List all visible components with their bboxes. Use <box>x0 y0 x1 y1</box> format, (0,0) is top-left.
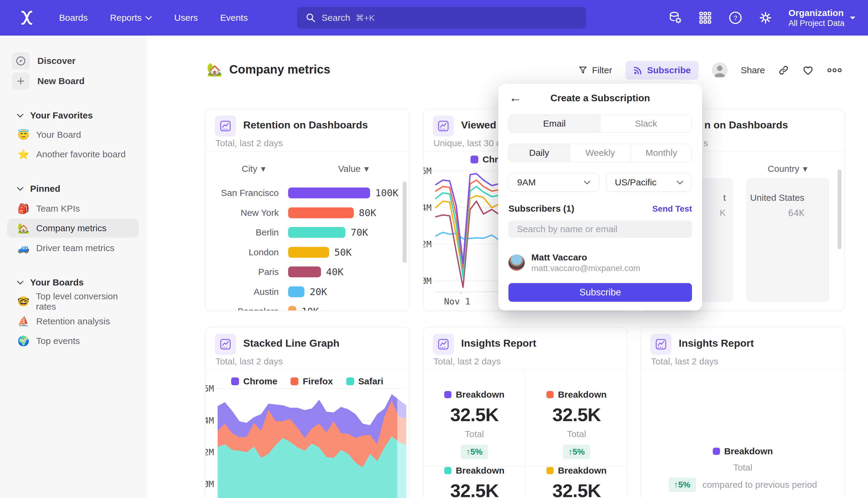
breakdown-panel-united-states[interactable]: United States 64K <box>746 178 829 302</box>
stacked-area-chart: 6M4M2MØM <box>205 327 409 498</box>
nav-item-reports[interactable]: Reports <box>110 13 152 23</box>
sidebar-item-discover[interactable]: Discover <box>0 51 141 70</box>
retention-row[interactable]: San Francisco100K <box>205 184 398 202</box>
org-name: Organization <box>788 8 844 18</box>
input-placeholder: Search by name or email <box>517 224 617 234</box>
row-bar <box>288 247 329 258</box>
tab-email[interactable]: Email <box>509 115 600 132</box>
board-emoji-icon: 🏡 <box>207 62 223 77</box>
scrollbar[interactable] <box>403 182 406 263</box>
insight-metric[interactable]: Breakdown 32.5K Total <box>424 466 525 498</box>
insight-metric[interactable]: Breakdown Total ↑5% compared to previous… <box>641 446 844 492</box>
timezone-select[interactable]: US/Pacific <box>606 173 692 192</box>
sidebar-section-your-boards[interactable]: Your Boards <box>0 273 84 292</box>
retention-row[interactable]: New York80K <box>205 204 376 222</box>
legend-swatch <box>444 467 452 474</box>
row-bar <box>288 266 321 277</box>
tab-slack[interactable]: Slack <box>600 115 692 132</box>
row-label: Berlin <box>205 227 279 238</box>
sidebar-item-company-metrics[interactable]: 🏡 Company metrics <box>7 219 139 238</box>
card-title: n on Dashboards <box>704 119 788 131</box>
svg-text:6M: 6M <box>205 383 214 394</box>
subscriber-row[interactable]: Matt Vaccaro matt.vaccaro@mixpanel.com <box>508 252 640 273</box>
sidebar-item-top-level-conversion-rates[interactable]: 🤓 Top level conversion rates <box>7 292 139 311</box>
chevron-down-icon <box>677 181 683 184</box>
card-subtitle: Total, last 2 days <box>651 356 718 367</box>
page-header: 🏡 Company metrics Filter Subscribe Share <box>146 36 868 87</box>
retention-row[interactable]: Austin20K <box>205 283 327 301</box>
metric-value: 32.5K <box>450 480 498 498</box>
org-project: All Project Data <box>788 18 844 28</box>
retention-row[interactable]: Paris40K <box>205 263 344 281</box>
panel-value: 64K <box>746 208 829 218</box>
row-label: Bangalore <box>205 306 279 311</box>
metric-total-label: Total <box>465 429 484 439</box>
sidebar-item-team-kpis[interactable]: 🎒 Team KPIs <box>7 199 139 218</box>
tab-monthly[interactable]: Monthly <box>630 144 692 161</box>
delta-badge: ↑5% <box>563 445 590 459</box>
row-value: 70K <box>350 227 368 238</box>
copy-link-button[interactable] <box>778 65 789 76</box>
chevron-down-icon <box>17 114 24 118</box>
scrollbar[interactable] <box>838 169 841 249</box>
board-emoji-icon: 😇 <box>17 129 30 141</box>
tab-daily[interactable]: Daily <box>509 144 570 161</box>
sidebar-item-label: Discover <box>37 56 76 66</box>
card-subtitle: Total, last 2 days <box>215 138 283 148</box>
tab-weekly[interactable]: Weekly <box>570 144 631 161</box>
retention-row[interactable]: Bangalore10K <box>205 302 319 311</box>
send-test-link[interactable]: Send Test <box>652 204 692 214</box>
favorite-button[interactable] <box>802 65 814 76</box>
user-avatar[interactable] <box>712 62 727 78</box>
frequency-tabs: Daily Weekly Monthly <box>508 144 692 162</box>
card-subtitle: s <box>704 138 708 148</box>
column-header-value[interactable]: Value▾ <box>338 163 369 174</box>
ellipsis-icon <box>827 67 842 74</box>
time-select[interactable]: 9AM <box>508 173 599 192</box>
subscribers-label: Subscribers (1) <box>508 204 574 214</box>
sidebar-item-new-board[interactable]: New Board <box>0 71 141 91</box>
caret-down-icon: ▾ <box>803 163 807 174</box>
subscriber-search-input[interactable]: Search by name or email <box>508 220 692 238</box>
sidebar-item-top-events[interactable]: 🌍 Top events <box>7 331 139 351</box>
org-switcher[interactable]: Organization All Project Data <box>788 8 856 28</box>
apps-grid-icon[interactable] <box>698 11 712 25</box>
nav-item-users[interactable]: Users <box>174 13 198 23</box>
insight-metric[interactable]: Breakdown 32.5K Total <box>526 466 627 498</box>
subscribe-submit-button[interactable]: Subscribe <box>508 283 692 302</box>
sidebar-item-label: Your Board <box>36 130 81 140</box>
sidebar-item-another-favorite-board[interactable]: ⭐ Another favorite board <box>7 145 139 164</box>
sidebar-item-your-board[interactable]: 😇 Your Board <box>7 125 139 144</box>
retention-row[interactable]: London50K <box>205 243 352 261</box>
settings-gear-icon[interactable] <box>758 11 773 25</box>
row-bar <box>288 286 304 297</box>
column-header-country[interactable]: Country▾ <box>767 163 807 174</box>
mixpanel-logo[interactable] <box>17 8 37 28</box>
sidebar-item-retention-analysis[interactable]: ⛵ Retention analysis <box>7 312 139 331</box>
nav-item-boards[interactable]: Boards <box>59 13 88 23</box>
retention-row[interactable]: Berlin70K <box>205 223 368 241</box>
share-button[interactable]: Share <box>741 65 765 75</box>
sidebar-section-your-favorites[interactable]: Your Favorites <box>0 106 93 125</box>
search-input[interactable]: Search ⌘+K <box>297 7 586 29</box>
top-nav: Boards Reports Users Events Search ⌘+K <box>0 0 868 36</box>
mixpanel-logo-icon <box>19 10 35 26</box>
insight-metric[interactable]: Breakdown 32.5K Total ↑5% <box>526 390 627 459</box>
sidebar-section-pinned[interactable]: Pinned <box>0 179 60 198</box>
help-icon[interactable]: ? <box>728 11 743 25</box>
column-header-city[interactable]: City▾ <box>242 163 266 174</box>
sidebar: Discover New Board Your Favorites 😇 Your… <box>0 36 146 498</box>
data-management-icon[interactable] <box>668 11 682 25</box>
sidebar-item-driver-team-metrics[interactable]: 🚙 Driver team metrics <box>7 238 139 258</box>
svg-text:ØM: ØM <box>205 479 214 489</box>
more-options-button[interactable] <box>827 67 842 74</box>
card-insights-report-single: Insights Report Total, last 2 days Break… <box>641 327 845 498</box>
nav-item-events[interactable]: Events <box>220 13 248 23</box>
filter-button[interactable]: Filter <box>578 65 612 75</box>
subscribe-button[interactable]: Subscribe <box>625 61 699 80</box>
delta-badge: ↑5% <box>668 477 696 492</box>
insight-metric[interactable]: Breakdown 32.5K Total ↑5% <box>424 390 525 459</box>
svg-text:4M: 4M <box>205 416 214 425</box>
board-emoji-icon: 🎒 <box>17 203 30 214</box>
report-chart-icon <box>650 334 671 355</box>
